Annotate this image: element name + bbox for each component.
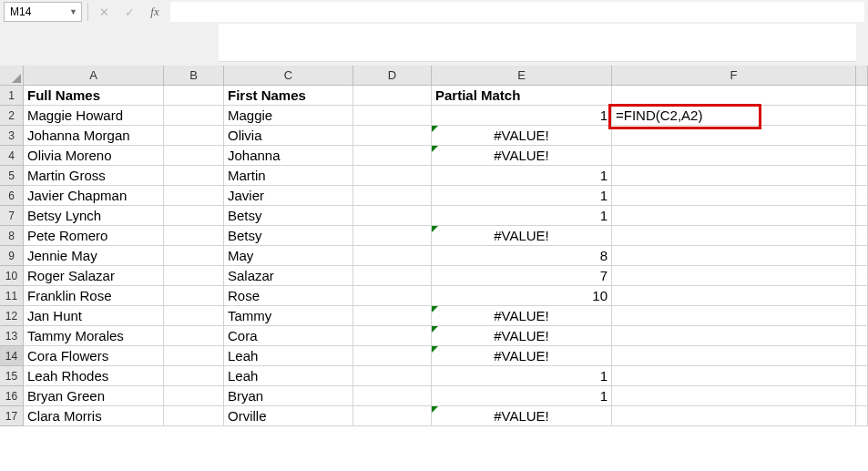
cell-a14[interactable]: Cora Flowers xyxy=(24,346,164,366)
cell-e4[interactable]: #VALUE! xyxy=(432,146,612,166)
cell-b16[interactable] xyxy=(164,386,224,406)
cell-a10[interactable]: Roger Salazar xyxy=(24,266,164,286)
cell-f4[interactable] xyxy=(612,146,856,166)
row-header-14[interactable]: 14 xyxy=(0,346,24,366)
cell-a3[interactable]: Johanna Morgan xyxy=(24,126,164,146)
cell-f8[interactable] xyxy=(612,226,856,246)
cell-g10[interactable] xyxy=(856,266,868,286)
cell-c2[interactable]: Maggie xyxy=(224,106,353,126)
cell-b8[interactable] xyxy=(164,226,224,246)
cell-a15[interactable]: Leah Rhodes xyxy=(24,366,164,386)
cell-g13[interactable] xyxy=(856,326,868,346)
column-header-A[interactable]: A xyxy=(24,66,164,86)
cell-f13[interactable] xyxy=(612,326,856,346)
cell-e14[interactable]: #VALUE! xyxy=(432,346,612,366)
cell-f2[interactable]: =FIND(C2,A2) xyxy=(612,106,856,126)
spreadsheet-grid[interactable]: ABCDEF 1Full NamesFirst NamesPartial Mat… xyxy=(0,66,868,426)
name-box[interactable]: M14 ▼ xyxy=(4,2,82,22)
cell-c4[interactable]: Johanna xyxy=(224,146,353,166)
cell-g15[interactable] xyxy=(856,366,868,386)
cell-a1[interactable]: Full Names xyxy=(24,86,164,106)
cell-c14[interactable]: Leah xyxy=(224,346,353,366)
cell-c10[interactable]: Salazar xyxy=(224,266,353,286)
cell-a16[interactable]: Bryan Green xyxy=(24,386,164,406)
cell-g12[interactable] xyxy=(856,306,868,326)
cell-b4[interactable] xyxy=(164,146,224,166)
cell-a11[interactable]: Franklin Rose xyxy=(24,286,164,306)
cell-c7[interactable]: Betsy xyxy=(224,206,353,226)
cell-c15[interactable]: Leah xyxy=(224,366,353,386)
cell-g2[interactable] xyxy=(856,106,868,126)
chevron-down-icon[interactable]: ▼ xyxy=(69,7,77,16)
cell-b5[interactable] xyxy=(164,166,224,186)
cell-d5[interactable] xyxy=(353,166,432,186)
cell-b6[interactable] xyxy=(164,186,224,206)
cell-e5[interactable]: 1 xyxy=(432,166,612,186)
cell-f17[interactable] xyxy=(612,406,856,426)
cell-g3[interactable] xyxy=(856,126,868,146)
cell-g5[interactable] xyxy=(856,166,868,186)
cell-e3[interactable]: #VALUE! xyxy=(432,126,612,146)
row-header-15[interactable]: 15 xyxy=(0,366,24,386)
cell-d9[interactable] xyxy=(353,246,432,266)
row-header-5[interactable]: 5 xyxy=(0,166,24,186)
cell-e13[interactable]: #VALUE! xyxy=(432,326,612,346)
row-header-3[interactable]: 3 xyxy=(0,126,24,146)
cell-e12[interactable]: #VALUE! xyxy=(432,306,612,326)
select-all-corner[interactable] xyxy=(0,66,24,86)
row-header-12[interactable]: 12 xyxy=(0,306,24,326)
cell-d6[interactable] xyxy=(353,186,432,206)
cell-b3[interactable] xyxy=(164,126,224,146)
insert-function-icon[interactable]: fx xyxy=(145,2,165,22)
cell-b12[interactable] xyxy=(164,306,224,326)
cell-d13[interactable] xyxy=(353,326,432,346)
row-header-2[interactable]: 2 xyxy=(0,106,24,126)
cell-b17[interactable] xyxy=(164,406,224,426)
cell-c12[interactable]: Tammy xyxy=(224,306,353,326)
cell-d15[interactable] xyxy=(353,366,432,386)
row-header-9[interactable]: 9 xyxy=(0,246,24,266)
cell-g7[interactable] xyxy=(856,206,868,226)
column-header-F[interactable]: F xyxy=(612,66,856,86)
cell-f15[interactable] xyxy=(612,366,856,386)
cell-e16[interactable]: 1 xyxy=(432,386,612,406)
cell-f7[interactable] xyxy=(612,206,856,226)
formula-input[interactable] xyxy=(170,2,864,22)
cell-b2[interactable] xyxy=(164,106,224,126)
column-header-D[interactable]: D xyxy=(353,66,432,86)
cancel-icon[interactable]: ✕ xyxy=(94,2,114,22)
cell-b15[interactable] xyxy=(164,366,224,386)
cell-c8[interactable]: Betsy xyxy=(224,226,353,246)
cell-c16[interactable]: Bryan xyxy=(224,386,353,406)
cell-g11[interactable] xyxy=(856,286,868,306)
cell-e17[interactable]: #VALUE! xyxy=(432,406,612,426)
cell-d8[interactable] xyxy=(353,226,432,246)
cell-b7[interactable] xyxy=(164,206,224,226)
cell-f10[interactable] xyxy=(612,266,856,286)
row-header-11[interactable]: 11 xyxy=(0,286,24,306)
column-header-edge[interactable] xyxy=(856,66,868,86)
cell-c17[interactable]: Orville xyxy=(224,406,353,426)
column-header-E[interactable]: E xyxy=(432,66,612,86)
cell-d1[interactable] xyxy=(353,86,432,106)
cell-g8[interactable] xyxy=(856,226,868,246)
cell-b11[interactable] xyxy=(164,286,224,306)
column-header-C[interactable]: C xyxy=(224,66,353,86)
cell-g16[interactable] xyxy=(856,386,868,406)
row-header-6[interactable]: 6 xyxy=(0,186,24,206)
cell-e2[interactable]: 1 xyxy=(432,106,612,126)
cell-b9[interactable] xyxy=(164,246,224,266)
cell-e9[interactable]: 8 xyxy=(432,246,612,266)
cell-f9[interactable] xyxy=(612,246,856,266)
cell-g14[interactable] xyxy=(856,346,868,366)
cell-f11[interactable] xyxy=(612,286,856,306)
cell-a5[interactable]: Martin Gross xyxy=(24,166,164,186)
cell-e7[interactable]: 1 xyxy=(432,206,612,226)
cell-a17[interactable]: Clara Morris xyxy=(24,406,164,426)
cell-e15[interactable]: 1 xyxy=(432,366,612,386)
cell-e1[interactable]: Partial Match xyxy=(432,86,612,106)
cell-a4[interactable]: Olivia Moreno xyxy=(24,146,164,166)
cell-d10[interactable] xyxy=(353,266,432,286)
cell-b10[interactable] xyxy=(164,266,224,286)
cell-f3[interactable] xyxy=(612,126,856,146)
